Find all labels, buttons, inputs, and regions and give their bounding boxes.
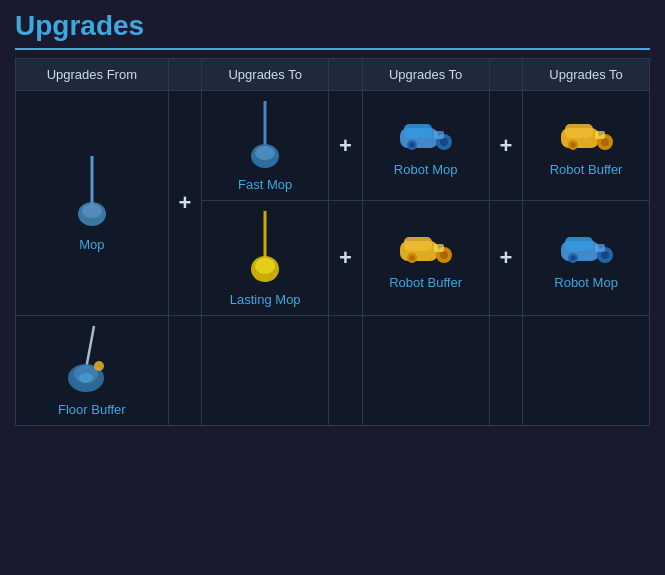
- svg-point-33: [601, 251, 609, 259]
- floor-buffer-label: Floor Buffer: [58, 402, 126, 417]
- plus-sign-4: +: [339, 245, 352, 270]
- item-robot-mop-1: Robot Mop: [367, 114, 485, 177]
- svg-line-37: [86, 326, 94, 369]
- cell-lasting-mop: Lasting Mop: [202, 201, 329, 316]
- svg-point-11: [410, 143, 415, 148]
- item-robot-buffer-1: Robot Buffer: [527, 114, 645, 177]
- mop-label: Mop: [79, 237, 104, 252]
- header-upgrades-to-2: Upgrades To: [362, 59, 489, 91]
- svg-point-9: [440, 138, 448, 146]
- upgrades-table: Upgrades From Upgrades To Upgrades To Up…: [15, 58, 650, 426]
- cell-empty-plus: [168, 316, 202, 426]
- cell-robot-mop-2: Robot Mop: [523, 201, 650, 316]
- svg-rect-7: [404, 124, 432, 138]
- cell-empty-3: [362, 316, 489, 426]
- svg-rect-36: [595, 244, 605, 252]
- svg-rect-14: [565, 124, 593, 138]
- robot-mop-icon-2: [559, 227, 614, 267]
- cell-robot-mop-1: Robot Mop: [362, 91, 489, 201]
- svg-point-28: [410, 255, 415, 260]
- svg-rect-29: [434, 244, 444, 252]
- svg-point-35: [570, 255, 575, 260]
- cell-floor-buffer: Floor Buffer: [16, 316, 169, 426]
- fast-mop-label: Fast Mop: [238, 177, 292, 192]
- header-upgrades-from: Upgrades From: [16, 59, 169, 91]
- plus-sign-1: +: [179, 190, 192, 215]
- plus-sign-3: +: [499, 133, 512, 158]
- item-floor-buffer: Floor Buffer: [20, 324, 164, 417]
- svg-rect-12: [434, 131, 444, 139]
- header-plus-3: [489, 59, 523, 91]
- item-robot-mop-2: Robot Mop: [527, 227, 645, 290]
- cell-plus-4: +: [329, 201, 363, 316]
- robot-mop-icon-1: [398, 114, 453, 154]
- svg-point-40: [79, 373, 93, 383]
- cell-empty-4: [489, 316, 523, 426]
- svg-point-5: [255, 146, 275, 160]
- item-mop: Mop: [20, 154, 164, 252]
- item-fast-mop: Fast Mop: [206, 99, 324, 192]
- cell-plus-2: +: [329, 91, 363, 201]
- mop-icon: [72, 154, 112, 229]
- plus-sign-5: +: [499, 245, 512, 270]
- cell-mop: Mop: [16, 91, 169, 316]
- robot-buffer-label-2: Robot Buffer: [389, 275, 462, 290]
- floor-buffer-icon: [64, 324, 119, 394]
- svg-rect-19: [595, 131, 605, 139]
- cell-empty-5: [523, 316, 650, 426]
- plus-sign-2: +: [339, 133, 352, 158]
- lasting-mop-label: Lasting Mop: [230, 292, 301, 307]
- robot-mop-label-1: Robot Mop: [394, 162, 458, 177]
- svg-point-16: [601, 138, 609, 146]
- item-lasting-mop: Lasting Mop: [206, 209, 324, 307]
- svg-point-2: [82, 204, 102, 218]
- cell-empty-1: [202, 316, 329, 426]
- svg-point-18: [570, 143, 575, 148]
- cell-robot-buffer-2: Robot Buffer: [362, 201, 489, 316]
- header-plus-1: [168, 59, 202, 91]
- table-row-floor-buffer: Floor Buffer: [16, 316, 650, 426]
- header-upgrades-to-3: Upgrades To: [523, 59, 650, 91]
- svg-point-22: [255, 258, 275, 274]
- robot-buffer-icon-2: [398, 227, 453, 267]
- item-robot-buffer-2: Robot Buffer: [367, 227, 485, 290]
- cell-fast-mop: Fast Mop: [202, 91, 329, 201]
- cell-plus-5: +: [489, 201, 523, 316]
- robot-mop-label-2: Robot Mop: [554, 275, 618, 290]
- svg-point-26: [440, 251, 448, 259]
- cell-robot-buffer-1: Robot Buffer: [523, 91, 650, 201]
- robot-buffer-label-1: Robot Buffer: [550, 162, 623, 177]
- svg-point-41: [94, 361, 104, 371]
- header-upgrades-to-1: Upgrades To: [202, 59, 329, 91]
- header-plus-2: [329, 59, 363, 91]
- cell-plus-3: +: [489, 91, 523, 201]
- svg-rect-24: [404, 237, 432, 251]
- svg-rect-31: [565, 237, 593, 251]
- table-row-mop-top: Mop + Fast Mo: [16, 91, 650, 201]
- page-title: Upgrades: [15, 10, 650, 50]
- cell-plus-mop: +: [168, 91, 202, 316]
- page-container: Upgrades Upgrades From Upgrades To Upgra…: [0, 0, 665, 436]
- fast-mop-icon: [245, 99, 285, 169]
- lasting-mop-icon: [245, 209, 285, 284]
- cell-empty-2: [329, 316, 363, 426]
- robot-buffer-icon-1: [559, 114, 614, 154]
